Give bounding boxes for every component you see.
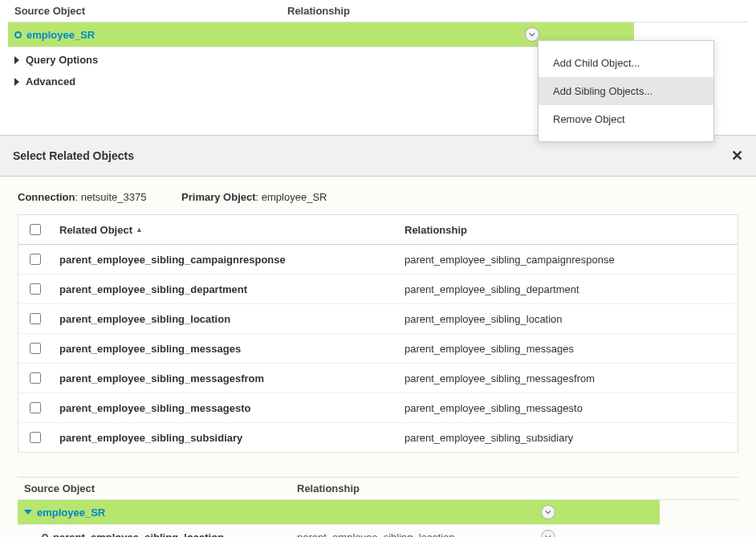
select-related-objects-dialog: Select Related Objects ✕ Connection: net… bbox=[0, 135, 756, 537]
dialog-body: Connection: netsuite_3375 Primary Object… bbox=[0, 177, 756, 537]
table-row[interactable]: parent_employee_sibling_subsidiaryparent… bbox=[18, 423, 738, 452]
connection-value: netsuite_3375 bbox=[81, 191, 147, 203]
row-checkbox-cell bbox=[18, 364, 51, 393]
query-options-label: Query Options bbox=[26, 54, 98, 66]
source-object-name: employee_SR bbox=[26, 29, 95, 41]
table-row[interactable]: parent_employee_sibling_departmentparent… bbox=[18, 275, 738, 304]
col-source-header: Source Object bbox=[24, 482, 297, 494]
relationship-cell: parent_employee_sibling_messages bbox=[396, 334, 738, 363]
related-object-cell: parent_employee_sibling_department bbox=[51, 275, 396, 303]
row-checkbox-cell bbox=[18, 275, 51, 303]
caret-right-icon bbox=[14, 56, 19, 64]
caret-down-icon bbox=[24, 510, 32, 515]
related-object-cell: parent_employee_sibling_messagesfrom bbox=[51, 364, 396, 393]
tree-header: Source Object Relationship bbox=[18, 477, 738, 500]
col-related-object-header[interactable]: Related Object ▲ bbox=[51, 215, 396, 244]
row-checkbox-cell bbox=[18, 423, 51, 452]
related-objects-grid: Related Object ▲ Relationship parent_emp… bbox=[18, 214, 738, 453]
menu-add-child[interactable]: Add Child Object... bbox=[539, 49, 713, 77]
col-relationship-header: Relationship bbox=[287, 5, 742, 17]
relationship-cell: parent_employee_sibling_messagesfrom bbox=[396, 364, 738, 393]
tree-child-relationship: parent_employee_sibling_location bbox=[297, 531, 455, 538]
row-checkbox[interactable] bbox=[30, 402, 41, 413]
selected-objects-tree: Source Object Relationship employee_SR bbox=[18, 477, 738, 537]
col-source-header: Source Object bbox=[14, 5, 287, 17]
row-checkbox[interactable] bbox=[30, 343, 41, 354]
dialog-meta: Connection: netsuite_3375 Primary Object… bbox=[18, 191, 738, 203]
node-collapsed-icon bbox=[14, 31, 22, 39]
related-object-header-label: Related Object bbox=[59, 224, 132, 236]
row-checkbox[interactable] bbox=[30, 432, 41, 443]
relationship-cell: parent_employee_sibling_location bbox=[396, 304, 738, 333]
row-checkbox-cell bbox=[18, 245, 51, 274]
row-actions-button[interactable] bbox=[541, 505, 555, 519]
tree-child-name: parent_employee_sibling_location bbox=[53, 531, 224, 538]
leaf-node-icon bbox=[42, 534, 48, 537]
relationship-cell: parent_employee_sibling_messagesto bbox=[396, 393, 738, 422]
tree-header: Source Object Relationship bbox=[8, 0, 748, 22]
menu-remove-object[interactable]: Remove Object bbox=[539, 105, 713, 133]
row-checkbox-cell bbox=[18, 393, 51, 422]
primary-value: employee_SR bbox=[262, 191, 327, 203]
context-menu: Add Child Object... Add Sibling Objects.… bbox=[538, 40, 714, 142]
related-object-cell: parent_employee_sibling_subsidiary bbox=[51, 423, 396, 452]
chevron-down-icon bbox=[545, 534, 551, 537]
col-relationship-header[interactable]: Relationship bbox=[396, 215, 738, 244]
row-actions-button[interactable] bbox=[541, 530, 555, 537]
connection-label: Connection bbox=[18, 191, 75, 203]
advanced-label: Advanced bbox=[26, 75, 75, 87]
table-row[interactable]: parent_employee_sibling_locationparent_e… bbox=[18, 304, 738, 334]
grid-body: parent_employee_sibling_campaignresponse… bbox=[18, 245, 738, 452]
dialog-title: Select Related Objects bbox=[13, 149, 134, 162]
row-checkbox[interactable] bbox=[30, 372, 41, 384]
related-object-cell: parent_employee_sibling_location bbox=[51, 304, 396, 333]
row-checkbox-cell bbox=[18, 334, 51, 363]
relationship-cell: parent_employee_sibling_department bbox=[396, 275, 738, 303]
tree-child-row[interactable]: parent_employee_sibling_location parent_… bbox=[18, 525, 660, 537]
col-relationship-header: Relationship bbox=[297, 482, 732, 494]
table-row[interactable]: parent_employee_sibling_messagesfrompare… bbox=[18, 364, 738, 393]
relationship-cell: parent_employee_sibling_subsidiary bbox=[396, 423, 738, 452]
related-object-cell: parent_employee_sibling_messagesto bbox=[51, 393, 396, 422]
row-checkbox[interactable] bbox=[30, 313, 41, 324]
select-all-cell bbox=[18, 215, 51, 244]
caret-right-icon bbox=[14, 78, 19, 86]
row-checkbox[interactable] bbox=[30, 283, 41, 295]
table-row[interactable]: parent_employee_sibling_messagestoparent… bbox=[18, 393, 738, 423]
tree-root-name: employee_SR bbox=[37, 506, 105, 519]
dialog-close-button[interactable]: ✕ bbox=[731, 147, 743, 165]
relationship-cell: parent_employee_sibling_campaignresponse bbox=[396, 245, 738, 274]
row-checkbox[interactable] bbox=[30, 254, 41, 265]
select-all-checkbox[interactable] bbox=[30, 224, 41, 235]
row-checkbox-cell bbox=[18, 304, 51, 333]
table-row[interactable]: parent_employee_sibling_campaignresponse… bbox=[18, 245, 738, 275]
sort-ascending-icon: ▲ bbox=[136, 226, 143, 234]
related-object-cell: parent_employee_sibling_messages bbox=[51, 334, 396, 363]
related-object-cell: parent_employee_sibling_campaignresponse bbox=[51, 245, 396, 274]
source-object-panel: Source Object Relationship employee_SR Q… bbox=[0, 0, 756, 91]
chevron-down-icon bbox=[529, 31, 535, 38]
chevron-down-icon bbox=[545, 509, 551, 515]
grid-header: Related Object ▲ Relationship bbox=[18, 215, 738, 245]
table-row[interactable]: parent_employee_sibling_messagesparent_e… bbox=[18, 334, 738, 364]
menu-add-sibling[interactable]: Add Sibling Objects... bbox=[539, 77, 713, 105]
primary-label: Primary Object bbox=[181, 191, 256, 203]
tree-root-row[interactable]: employee_SR bbox=[18, 500, 660, 525]
